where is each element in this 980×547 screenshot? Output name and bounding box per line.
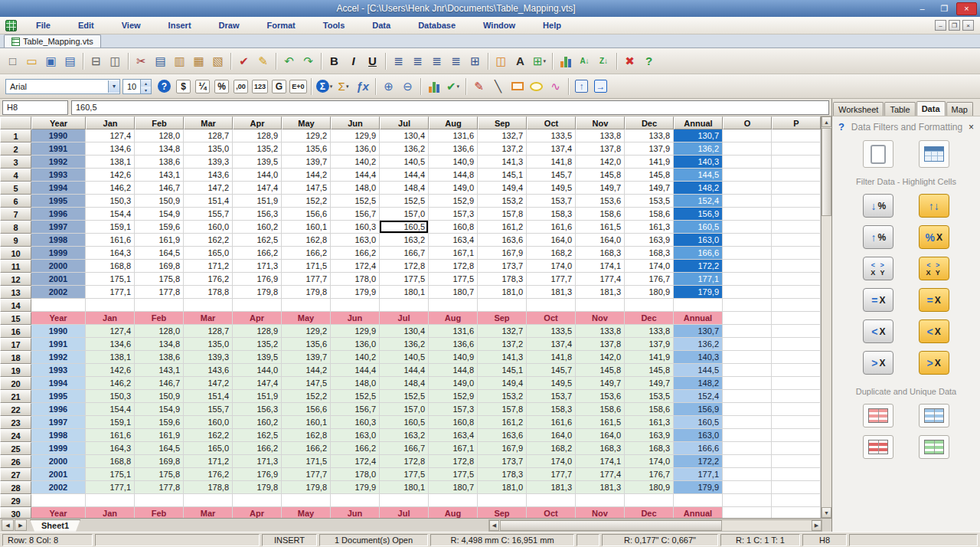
cell[interactable]: 127,4 bbox=[86, 325, 135, 338]
cell[interactable] bbox=[772, 494, 821, 507]
cell[interactable]: 161,3 bbox=[625, 221, 674, 234]
cell[interactable] bbox=[772, 156, 821, 169]
cell[interactable]: 159,6 bbox=[135, 416, 184, 429]
row-header[interactable]: 23 bbox=[0, 416, 31, 429]
cell[interactable]: 147,4 bbox=[233, 182, 282, 195]
cell[interactable] bbox=[233, 299, 282, 312]
filter-between-values-button[interactable]: < >X Y bbox=[863, 257, 893, 280]
cell[interactable]: 146,2 bbox=[86, 377, 135, 390]
row-header[interactable]: 11 bbox=[0, 260, 31, 273]
cell[interactable]: 153,6 bbox=[576, 195, 625, 208]
cell[interactable]: 156,3 bbox=[233, 403, 282, 416]
cell[interactable] bbox=[31, 299, 86, 312]
document-minimize-icon[interactable]: – bbox=[935, 20, 946, 31]
horizontal-scroll-thumb[interactable] bbox=[500, 520, 722, 531]
fraction-icon[interactable]: ¼ bbox=[193, 77, 212, 96]
cell[interactable]: 149,4 bbox=[478, 182, 527, 195]
cell[interactable]: 177,5 bbox=[429, 468, 478, 481]
sort-descending-icon[interactable]: Z↓ bbox=[594, 52, 613, 70]
cell[interactable] bbox=[772, 507, 821, 518]
cell[interactable]: 136,0 bbox=[331, 338, 380, 351]
cell[interactable]: 161,6 bbox=[527, 221, 576, 234]
cell[interactable]: 173,7 bbox=[478, 455, 527, 468]
cell[interactable]: 137,9 bbox=[625, 338, 674, 351]
percent-icon[interactable]: % bbox=[212, 77, 231, 96]
validate-icon[interactable]: ✔▾ bbox=[443, 77, 462, 96]
cell[interactable]: 166,7 bbox=[380, 247, 429, 260]
cell[interactable]: 152,5 bbox=[331, 195, 380, 208]
extract-unique-rows-button[interactable] bbox=[919, 435, 949, 459]
cell[interactable]: Jun bbox=[331, 507, 380, 518]
cell[interactable]: 136,2 bbox=[380, 338, 429, 351]
cell[interactable]: 139,3 bbox=[184, 351, 233, 364]
cell[interactable]: 147,5 bbox=[282, 182, 331, 195]
cell[interactable]: 160,8 bbox=[429, 221, 478, 234]
cell[interactable] bbox=[723, 403, 772, 416]
dropdown-arrow-icon[interactable]: ▾ bbox=[544, 58, 547, 64]
cell[interactable]: 144,8 bbox=[429, 364, 478, 377]
cell[interactable]: Sep bbox=[478, 507, 527, 518]
horizontal-scrollbar[interactable]: ◀ ▶ bbox=[488, 519, 822, 532]
cell[interactable]: 139,3 bbox=[184, 156, 233, 169]
cell[interactable]: 148,0 bbox=[331, 182, 380, 195]
cell[interactable]: 161,6 bbox=[86, 429, 135, 442]
column-header-o[interactable]: O bbox=[723, 116, 772, 129]
cell[interactable]: 133,8 bbox=[576, 325, 625, 338]
cell[interactable]: 144,0 bbox=[233, 169, 282, 182]
cell[interactable]: 148,0 bbox=[331, 377, 380, 390]
spell-check-icon[interactable]: ✔ bbox=[234, 52, 253, 70]
cell[interactable]: 169,8 bbox=[135, 260, 184, 273]
cell[interactable]: 136,6 bbox=[429, 338, 478, 351]
cell[interactable]: 179,8 bbox=[282, 481, 331, 494]
cell[interactable] bbox=[723, 377, 772, 390]
redo-icon[interactable]: ↷ bbox=[299, 52, 318, 70]
cell[interactable] bbox=[772, 182, 821, 195]
cell[interactable] bbox=[723, 416, 772, 429]
cell[interactable]: 177,7 bbox=[527, 273, 576, 286]
cell[interactable] bbox=[723, 351, 772, 364]
curve-icon[interactable]: ∿ bbox=[546, 77, 565, 96]
cell[interactable]: 144,4 bbox=[380, 364, 429, 377]
cell[interactable]: 160,5 bbox=[674, 416, 723, 429]
cell[interactable] bbox=[772, 481, 821, 494]
column-header-jun[interactable]: Jun bbox=[331, 116, 380, 129]
sheet-tab-sheet1[interactable]: Sheet1 bbox=[30, 519, 80, 532]
cell[interactable]: 148,4 bbox=[380, 377, 429, 390]
column-header-sep[interactable]: Sep bbox=[478, 116, 527, 129]
align-left-icon[interactable]: ≣ bbox=[389, 52, 408, 70]
cell[interactable]: 145,1 bbox=[478, 364, 527, 377]
cell[interactable]: Jun bbox=[331, 312, 380, 325]
print-icon[interactable]: ⊟ bbox=[87, 52, 106, 70]
cell[interactable]: 128,0 bbox=[135, 129, 184, 142]
cell[interactable]: 178,3 bbox=[478, 273, 527, 286]
font-family-dropdown-icon[interactable]: ▾ bbox=[108, 80, 119, 93]
cell[interactable]: 179,8 bbox=[282, 286, 331, 299]
cell[interactable]: 154,9 bbox=[135, 403, 184, 416]
cell[interactable]: 178,8 bbox=[184, 286, 233, 299]
cell[interactable]: 145,8 bbox=[576, 364, 625, 377]
cell[interactable] bbox=[772, 260, 821, 273]
column-header-dec[interactable]: Dec bbox=[625, 116, 674, 129]
cell[interactable]: 164,5 bbox=[135, 442, 184, 455]
cell[interactable]: 129,2 bbox=[282, 325, 331, 338]
highlight-less-than-button[interactable]: <X bbox=[919, 319, 949, 343]
row-header[interactable]: 16 bbox=[0, 325, 31, 338]
bold-icon[interactable]: B bbox=[325, 52, 344, 70]
cell[interactable]: 147,2 bbox=[184, 182, 233, 195]
cell[interactable] bbox=[772, 442, 821, 455]
cell[interactable]: 140,5 bbox=[380, 351, 429, 364]
cell[interactable]: 151,4 bbox=[184, 390, 233, 403]
cell[interactable]: 134,8 bbox=[135, 142, 184, 156]
minimize-icon[interactable]: – bbox=[912, 2, 933, 15]
row-header[interactable]: 29 bbox=[0, 494, 31, 507]
cell[interactable]: 145,8 bbox=[576, 169, 625, 182]
cell[interactable]: 131,6 bbox=[429, 325, 478, 338]
cell[interactable]: 153,6 bbox=[576, 390, 625, 403]
cell[interactable]: 160,3 bbox=[331, 416, 380, 429]
row-header[interactable]: 18 bbox=[0, 351, 31, 364]
cell[interactable]: 153,5 bbox=[625, 390, 674, 403]
font-size-down-icon[interactable]: ▾ bbox=[141, 87, 151, 93]
cell[interactable]: 158,3 bbox=[527, 208, 576, 221]
close-icon[interactable]: × bbox=[956, 2, 977, 15]
cell[interactable]: 140,3 bbox=[674, 156, 723, 169]
